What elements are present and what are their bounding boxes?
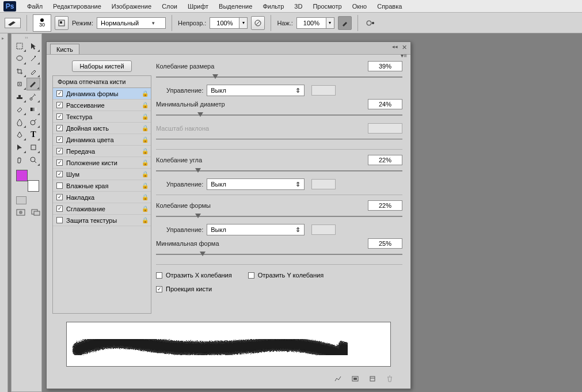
toggle-preview-icon[interactable] <box>333 375 343 383</box>
control3-select[interactable]: Выкл⇕ <box>207 224 305 235</box>
lock-icon[interactable]: 🔒 <box>142 102 149 108</box>
lock-icon[interactable]: 🔒 <box>142 159 149 166</box>
attr-checkbox[interactable] <box>56 90 63 97</box>
tool-zoom[interactable] <box>26 154 40 166</box>
blend-mode-select[interactable]: Нормальный <box>97 17 166 29</box>
tool-type[interactable]: T <box>26 128 40 141</box>
attr-row-7[interactable]: Шум🔒 <box>53 169 151 180</box>
tool-blur[interactable] <box>13 116 26 128</box>
control1-select[interactable]: Выкл⇕ <box>207 85 305 96</box>
lock-icon[interactable]: 🔒 <box>142 205 149 212</box>
attr-checkbox[interactable] <box>56 194 63 200</box>
tool-eyedropper[interactable] <box>26 65 40 78</box>
lock-icon[interactable]: 🔒 <box>142 136 149 143</box>
lock-icon[interactable]: 🔒 <box>142 194 149 200</box>
attr-checkbox[interactable] <box>56 113 63 120</box>
tool-marquee[interactable] <box>13 40 26 52</box>
menu-select[interactable]: Выделение <box>214 1 257 12</box>
lock-icon[interactable]: 🔒 <box>142 90 149 97</box>
panel-tab-brush[interactable]: Кисть <box>50 44 79 54</box>
opacity-dropdown[interactable]: ▾ <box>239 17 248 29</box>
brush-projection-box[interactable] <box>156 286 162 292</box>
panel-close-icon[interactable]: ✕ <box>402 44 407 51</box>
menu-edit[interactable]: Редактирование <box>48 1 106 12</box>
size-jitter-input[interactable]: 39% <box>368 61 402 71</box>
opacity-input[interactable]: 100% <box>210 17 239 29</box>
roundness-jitter-slider[interactable] <box>156 214 402 220</box>
airbrush-icon[interactable] <box>338 16 352 30</box>
lock-icon[interactable]: 🔒 <box>142 125 149 131</box>
tool-healing[interactable] <box>13 78 26 90</box>
menu-view[interactable]: Просмотр <box>307 1 347 12</box>
attr-checkbox[interactable] <box>56 136 63 143</box>
tool-magic-wand[interactable] <box>26 52 40 65</box>
attr-row-4[interactable]: Динамика цвета🔒 <box>53 134 151 146</box>
brush-projection-checkbox[interactable]: Проекция кисти <box>156 286 212 292</box>
lock-icon[interactable]: 🔒 <box>142 113 149 120</box>
menu-image[interactable]: Изображение <box>106 1 157 12</box>
menu-file[interactable]: Файл <box>22 1 48 12</box>
attr-row-9[interactable]: Накладка🔒 <box>53 192 151 203</box>
flip-y-checkbox[interactable]: Отразить Y колебания <box>248 272 324 279</box>
attr-row-2[interactable]: Текстура🔒 <box>53 111 151 123</box>
attr-row-10[interactable]: Сглаживание🔒 <box>53 203 151 215</box>
panel-menu-icon[interactable]: ▾≡ <box>401 52 407 59</box>
min-diameter-input[interactable]: 24% <box>368 99 402 109</box>
pressure-opacity-icon[interactable] <box>251 16 265 30</box>
new-preset-icon[interactable] <box>351 375 360 383</box>
tool-brush[interactable] <box>26 78 40 90</box>
attr-row-6[interactable]: Положение кисти🔒 <box>53 157 151 169</box>
attr-row-0[interactable]: Динамика формы🔒 <box>53 88 151 100</box>
tool-lasso[interactable] <box>13 52 26 65</box>
tool-eraser[interactable] <box>13 103 26 116</box>
lock-icon[interactable]: 🔒 <box>142 182 149 189</box>
menu-window[interactable]: Окно <box>347 1 372 12</box>
attr-checkbox[interactable] <box>56 171 63 177</box>
min-roundness-slider[interactable] <box>156 252 402 258</box>
lock-icon[interactable]: 🔒 <box>142 148 149 154</box>
flow-input[interactable]: 100% <box>296 17 326 29</box>
attr-checkbox[interactable] <box>56 148 63 154</box>
attr-row-8[interactable]: Влажные края🔒 <box>53 180 151 192</box>
tool-preset-picker[interactable] <box>5 18 21 28</box>
quickmask-icon[interactable] <box>16 209 25 216</box>
tool-stamp[interactable] <box>13 90 26 103</box>
screenmode-icon[interactable] <box>31 209 40 216</box>
flow-dropdown[interactable]: ▾ <box>326 17 334 29</box>
color-swatches[interactable] <box>16 170 39 192</box>
tool-shape[interactable] <box>26 141 40 154</box>
tool-path-select[interactable] <box>13 141 26 154</box>
lock-icon[interactable]: 🔒 <box>142 217 149 223</box>
size-jitter-slider[interactable] <box>156 74 402 81</box>
default-colors-icon[interactable] <box>16 196 26 204</box>
flip-y-box[interactable] <box>248 272 254 279</box>
tool-dodge[interactable] <box>26 116 40 128</box>
attr-checkbox[interactable] <box>56 205 63 212</box>
tool-hand[interactable] <box>13 154 26 166</box>
tool-gradient[interactable] <box>26 103 40 116</box>
angle-jitter-input[interactable]: 22% <box>368 155 402 165</box>
brush-preset-picker[interactable]: 30 <box>33 14 51 32</box>
attr-row-1[interactable]: Рассеивание🔒 <box>53 100 151 111</box>
tool-move[interactable] <box>26 40 40 52</box>
menu-layers[interactable]: Слои <box>157 1 182 12</box>
brush-presets-button[interactable]: Наборы кистей <box>72 60 131 72</box>
angle-jitter-slider[interactable] <box>156 168 402 175</box>
menu-help[interactable]: Справка <box>372 1 407 12</box>
tool-crop[interactable] <box>13 65 26 78</box>
tool-pen[interactable] <box>13 128 26 141</box>
control2-select[interactable]: Выкл⇕ <box>207 178 305 190</box>
menu-type[interactable]: Шрифт <box>182 1 214 12</box>
attr-checkbox[interactable] <box>56 102 63 108</box>
new-brush-icon[interactable] <box>368 375 377 383</box>
menu-3d[interactable]: 3D <box>289 1 307 12</box>
flip-x-box[interactable] <box>156 272 162 279</box>
lock-icon[interactable]: 🔒 <box>142 171 149 177</box>
foreground-color[interactable] <box>16 170 28 181</box>
pressure-size-icon[interactable] <box>364 16 378 30</box>
attr-row-5[interactable]: Передача🔒 <box>53 146 151 157</box>
dock-collapse-bar[interactable]: ▸ <box>0 33 8 392</box>
attr-row-3[interactable]: Двойная кисть🔒 <box>53 123 151 134</box>
panel-collapse-icon[interactable]: ◂◂ <box>392 44 398 50</box>
brush-panel-toggle[interactable] <box>55 16 69 30</box>
